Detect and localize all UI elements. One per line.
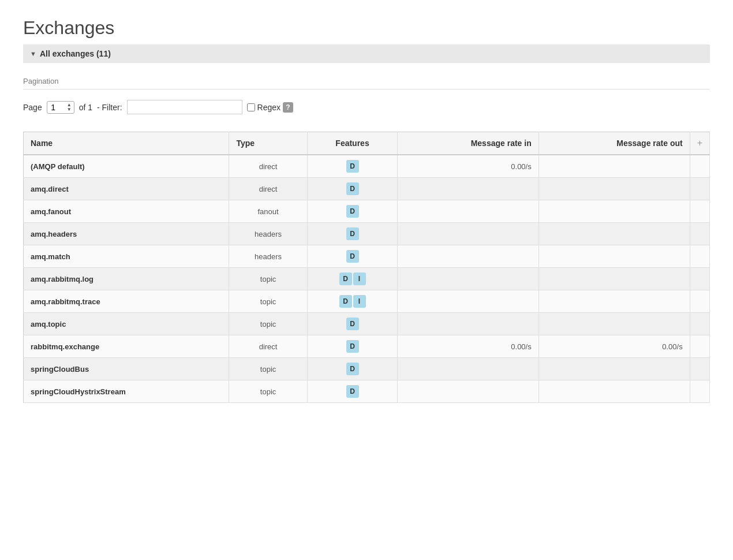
col-rate-in: Message rate in [398,132,538,155]
cell-plus [690,178,709,200]
cell-plus [690,223,709,245]
feature-badge-d: D [346,205,359,218]
cell-rate-out: 0.00/s [538,335,690,358]
cell-type: topic [229,358,307,380]
feature-badge-i: I [353,272,366,285]
cell-plus [690,358,709,380]
cell-rate-in [398,245,538,268]
help-icon[interactable]: ? [283,102,293,113]
cell-rate-out [538,245,690,268]
table-row[interactable]: amq.topictopicD [24,313,710,335]
cell-type: topic [229,290,307,313]
cell-type: headers [229,223,307,245]
cell-features: D [307,223,398,245]
table-row[interactable]: springCloudBustopicD [24,358,710,380]
cell-features: DI [307,290,398,313]
cell-plus [690,313,709,335]
table-row[interactable]: amq.headersheadersD [24,223,710,245]
feature-badge-i: I [353,295,366,308]
page-title: Exchanges [23,17,710,39]
cell-type: topic [229,380,307,403]
pagination-section: Pagination Page 1 ▲ ▼ of 1 - Filter: Reg… [23,77,710,120]
table-row[interactable]: rabbitmq.exchangedirectD0.00/s0.00/s [24,335,710,358]
feature-badge-d: D [339,272,352,285]
col-rate-out: Message rate out [538,132,690,155]
cell-rate-in [398,178,538,200]
page-arrows[interactable]: ▲ ▼ [67,103,72,112]
cell-plus [690,290,709,313]
cell-features: D [307,155,398,178]
cell-rate-in [398,223,538,245]
cell-type: direct [229,178,307,200]
cell-rate-in: 0.00/s [398,335,538,358]
cell-rate-in [398,200,538,223]
col-name: Name [24,132,229,155]
cell-name: amq.fanout [24,200,229,223]
cell-rate-out [538,358,690,380]
cell-plus [690,200,709,223]
feature-badge-d: D [346,385,359,398]
table-row[interactable]: (AMQP default)directD0.00/s [24,155,710,178]
cell-type: headers [229,245,307,268]
cell-rate-in [398,313,538,335]
cell-name: amq.topic [24,313,229,335]
cell-features: D [307,178,398,200]
all-exchanges-bar[interactable]: ▼ All exchanges (11) [23,44,710,63]
cell-name: amq.direct [24,178,229,200]
all-exchanges-label: All exchanges (11) [40,49,111,58]
feature-badge-d: D [346,318,359,330]
feature-badge-d: D [346,250,359,263]
cell-name: amq.headers [24,223,229,245]
regex-label: Regex [257,103,281,112]
cell-type: topic [229,268,307,290]
cell-rate-out [538,313,690,335]
regex-checkbox[interactable] [247,103,255,111]
of-label: of 1 [79,103,92,112]
cell-plus [690,335,709,358]
cell-rate-in [398,358,538,380]
pagination-controls: Page 1 ▲ ▼ of 1 - Filter: Regex ? [23,94,710,120]
feature-badge-d: D [339,295,352,308]
table-row[interactable]: amq.rabbitmq.tracetopicDI [24,290,710,313]
table-row[interactable]: springCloudHystrixStreamtopicD [24,380,710,403]
cell-features: D [307,335,398,358]
pagination-title: Pagination [23,77,710,89]
cell-name: amq.match [24,245,229,268]
cell-features: D [307,380,398,403]
filter-label: - Filter: [97,103,122,112]
feature-badge-d: D [346,340,359,353]
col-type: Type [229,132,307,155]
collapse-icon: ▼ [30,50,36,57]
filter-input[interactable] [127,100,242,114]
cell-features: D [307,358,398,380]
table-header: Name Type Features Message rate in Messa… [24,132,710,155]
cell-plus [690,380,709,403]
cell-rate-out [538,155,690,178]
cell-plus [690,155,709,178]
cell-type: topic [229,313,307,335]
page-label: Page [23,103,42,112]
table-row[interactable]: amq.rabbitmq.logtopicDI [24,268,710,290]
feature-badge-d: D [346,227,359,240]
table-row[interactable]: amq.fanoutfanoutD [24,200,710,223]
feature-badge-d: D [346,363,359,375]
cell-rate-in [398,290,538,313]
cell-name: amq.rabbitmq.log [24,268,229,290]
cell-features: D [307,313,398,335]
cell-rate-out [538,380,690,403]
col-plus[interactable]: + [690,132,709,155]
cell-type: fanout [229,200,307,223]
page-spinner[interactable]: 1 ▲ ▼ [47,101,74,114]
regex-check: Regex ? [247,102,293,113]
feature-badge-d: D [346,160,359,173]
cell-rate-out [538,290,690,313]
table-row[interactable]: amq.directdirectD [24,178,710,200]
cell-rate-out [538,268,690,290]
cell-plus [690,245,709,268]
feature-badge-d: D [346,182,359,195]
table-row[interactable]: amq.matchheadersD [24,245,710,268]
cell-name: amq.rabbitmq.trace [24,290,229,313]
cell-name: springCloudHystrixStream [24,380,229,403]
col-features: Features [307,132,398,155]
page-input[interactable]: 1 [50,103,66,112]
